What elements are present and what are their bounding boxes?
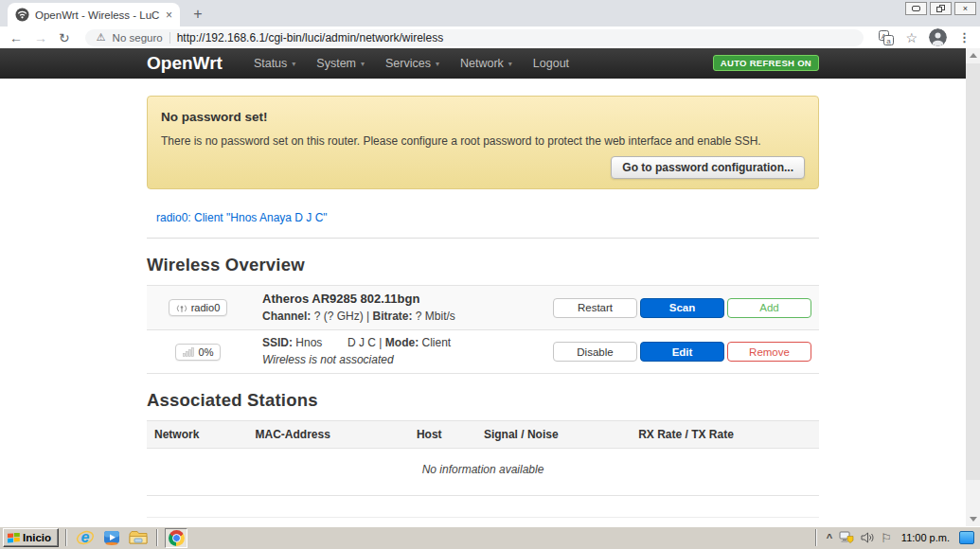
taskbar-divider xyxy=(65,529,67,546)
nav-label: Services xyxy=(385,57,431,70)
openwrt-brand[interactable]: OpenWrt xyxy=(147,53,223,74)
remove-button[interactable]: Remove xyxy=(727,342,811,362)
translate-icon[interactable]: Aa xyxy=(879,30,894,45)
url-text: http://192.168.6.1/cgi-bin/luci/admin/ne… xyxy=(177,31,443,44)
wireless-overview-heading: Wireless Overview xyxy=(147,255,819,275)
ssid-label: SSID: xyxy=(262,336,293,349)
scrollbar-down-arrow[interactable] xyxy=(966,512,980,526)
address-bar[interactable]: ⚠ No seguro http://192.168.6.1/cgi-bin/l… xyxy=(85,29,864,46)
radio0-client-link[interactable]: radio0: Client "Hnos Anaya D J C" xyxy=(156,211,328,224)
restore-icon xyxy=(936,5,945,12)
device-link-row: radio0: Client "Hnos Anaya D J C" xyxy=(147,204,819,239)
window-close-button[interactable]: × xyxy=(954,2,976,15)
chevron-down-icon: ▾ xyxy=(292,60,295,68)
browser-viewport: OpenWrt Status ▾ System ▾ Services ▾ Ne xyxy=(0,48,980,526)
channel-label: Channel: xyxy=(262,310,311,323)
signal-badge: 0% xyxy=(175,344,222,361)
no-password-alert: No password set! There is no password se… xyxy=(147,96,819,189)
radio-device-name: Atheros AR9285 802.11bgn xyxy=(262,291,553,309)
scrollbar-up-arrow[interactable] xyxy=(966,48,980,62)
bookmark-star-icon[interactable]: ☆ xyxy=(905,30,918,45)
badge-label: radio0 xyxy=(191,302,221,313)
alert-message: There is no password set on this router.… xyxy=(161,134,805,148)
radio-device-row: radio0 Atheros AR9285 802.11bgn Channel:… xyxy=(147,286,819,330)
wireless-overview-table: radio0 Atheros AR9285 802.11bgn Channel:… xyxy=(147,285,819,374)
scan-button[interactable]: Scan xyxy=(640,298,724,318)
back-icon[interactable]: ← xyxy=(9,31,23,44)
vertical-scrollbar[interactable] xyxy=(966,48,980,526)
nav-item-logout[interactable]: Logout xyxy=(523,48,579,79)
media-player-icon[interactable] xyxy=(100,528,123,548)
nav-label: System xyxy=(316,57,356,70)
add-button[interactable]: Add xyxy=(727,298,811,318)
folder-icon[interactable] xyxy=(127,528,150,548)
stations-header-row: Network MAC-Address Host Signal / Noise … xyxy=(147,421,819,449)
taskbar-divider xyxy=(815,529,817,546)
minimize-icon xyxy=(912,6,920,11)
nav-item-services[interactable]: Services ▾ xyxy=(375,48,450,79)
reload-icon[interactable]: ↻ xyxy=(59,31,70,44)
hidden-icons-chevron[interactable]: ^ xyxy=(827,533,832,543)
webpage: OpenWrt Status ▾ System ▾ Services ▾ Ne xyxy=(0,48,966,526)
mode-label: Mode: xyxy=(385,336,419,349)
screen: OpenWrt - Wireless - LuCI × + × ← → ↻ ⚠ … xyxy=(0,0,980,549)
tray-app-icon[interactable] xyxy=(959,531,974,544)
omnibox-divider xyxy=(169,32,170,44)
nav-label: Status xyxy=(254,57,287,70)
openwrt-favicon-icon xyxy=(15,8,29,22)
chevron-down-icon: ▾ xyxy=(361,60,365,68)
associated-stations-table: Network MAC-Address Host Signal / Noise … xyxy=(147,420,819,496)
nav-label: Logout xyxy=(533,57,569,70)
column-host: Host xyxy=(409,421,476,449)
radio-device-details: Channel: ? (? GHz) | Bitrate: ? Mbit/s xyxy=(262,309,553,325)
new-tab-button[interactable]: + xyxy=(187,5,208,24)
disable-button[interactable]: Disable xyxy=(553,342,637,362)
page-footer: Powered by LuCI Master (git-18.212.55585… xyxy=(147,517,819,526)
window-minimize-button[interactable] xyxy=(905,2,927,15)
not-secure-warning-icon: ⚠ xyxy=(97,31,106,44)
toolbar-right: Aa ☆ ⋮ xyxy=(879,28,971,46)
profile-avatar[interactable] xyxy=(929,28,947,46)
browser-tab[interactable]: OpenWrt - Wireless - LuCI × xyxy=(8,3,180,27)
volume-icon[interactable] xyxy=(861,532,874,543)
antenna-icon xyxy=(176,303,187,313)
internet-explorer-icon[interactable]: e xyxy=(74,528,97,548)
scrollbar-thumb[interactable] xyxy=(966,63,980,480)
radio0-badge: radio0 xyxy=(169,299,228,316)
network-status-icon[interactable] xyxy=(839,531,854,544)
password-configuration-button[interactable]: Go to password configuration... xyxy=(611,156,805,179)
tab-close-icon[interactable]: × xyxy=(166,9,172,21)
nav-item-system[interactable]: System ▾ xyxy=(306,48,375,79)
wireless-network-row: 0% SSID: Hnos D J C | Mode: Client Wirel… xyxy=(147,330,819,374)
alert-title: No password set! xyxy=(161,110,805,124)
bitrate-value: ? Mbit/s xyxy=(413,310,455,323)
ssid-value: Hnos D J C | xyxy=(293,336,385,349)
edit-button[interactable]: Edit xyxy=(640,342,724,362)
bitrate-label: Bitrate: xyxy=(372,310,412,323)
stations-empty-row: No information available xyxy=(147,449,819,496)
forward-icon[interactable]: → xyxy=(34,31,47,44)
column-mac-address: MAC-Address xyxy=(248,421,409,449)
start-button[interactable]: Inicio xyxy=(3,528,59,547)
window-controls: × xyxy=(905,2,976,15)
channel-value: ? (? GHz) | xyxy=(311,310,372,323)
action-center-flag-icon[interactable]: ⚐ xyxy=(881,532,892,544)
start-label: Inicio xyxy=(23,532,51,543)
system-tray: ^ ⚐ 11:00 p.m. xyxy=(812,529,977,546)
chrome-icon[interactable] xyxy=(165,528,187,548)
auto-refresh-badge[interactable]: AUTO REFRESH ON xyxy=(713,55,819,71)
browser-menu-icon[interactable]: ⋮ xyxy=(958,30,971,44)
taskbar-clock[interactable]: 11:00 p.m. xyxy=(899,532,953,543)
column-rx-tx-rate: RX Rate / TX Rate xyxy=(631,421,819,449)
svg-text:a: a xyxy=(887,36,892,44)
windows-logo-icon xyxy=(8,533,20,543)
windows-taskbar: Inicio e ^ ⚐ 11:00 p.m. xyxy=(0,526,980,549)
window-restore-button[interactable] xyxy=(930,2,952,15)
chevron-down-icon: ▾ xyxy=(436,60,439,68)
luci-navbar: OpenWrt Status ▾ System ▾ Services ▾ Ne xyxy=(0,48,966,79)
restart-button[interactable]: Restart xyxy=(553,298,637,318)
browser-tab-strip: OpenWrt - Wireless - LuCI × + × xyxy=(0,0,980,27)
nav-item-status[interactable]: Status ▾ xyxy=(243,48,306,79)
nav-item-network[interactable]: Network ▾ xyxy=(450,48,523,79)
no-information-text: No information available xyxy=(147,449,819,496)
